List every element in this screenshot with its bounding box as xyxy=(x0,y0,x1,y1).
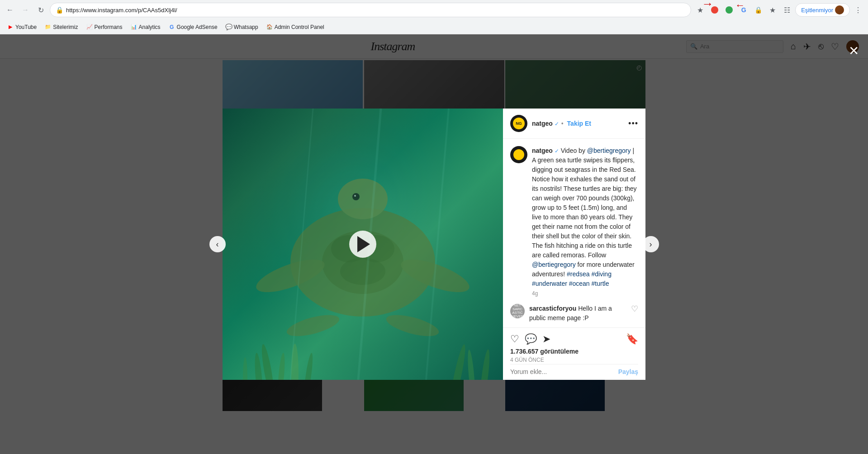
svg-point-11 xyxy=(340,258,385,285)
bookmark-whatsapp-label: Whatsapp xyxy=(234,24,258,30)
natgeo-logo: NG xyxy=(512,116,526,131)
bookmark-adsense-label: Google AdSense xyxy=(177,24,218,30)
modal-video-panel xyxy=(223,109,503,380)
back-button[interactable]: ← xyxy=(4,4,16,16)
caption-username[interactable]: natgeo xyxy=(532,147,553,154)
instagram-container: Instagram 🔍 Ara ⌂ ✈ ⎋ ♡ ◴ xyxy=(0,34,868,454)
caption-time: 4g xyxy=(532,290,638,297)
post-avatar[interactable]: NG xyxy=(510,115,527,132)
comment-item-1: NETSARCASTICNEVER sarcasticforyou Hello … xyxy=(510,304,638,323)
hashtag-ocean[interactable]: #ocean xyxy=(569,280,590,287)
bookmark-performans[interactable]: 📈 Performans xyxy=(83,22,126,32)
whatsapp-icon: 💬 xyxy=(226,24,232,30)
share-button[interactable]: ➤ xyxy=(542,333,550,345)
hashtag-turtle[interactable]: #turtle xyxy=(592,280,609,287)
commenter-username[interactable]: sarcasticforyou xyxy=(529,305,576,312)
caption-body: Video by @bertiegregory | A green sea tu… xyxy=(532,147,637,287)
youtube-icon: ▶ xyxy=(7,24,14,30)
mention-bertie[interactable]: @bertiegregory xyxy=(587,147,631,154)
verified-badge: ✓ xyxy=(555,121,559,127)
chart-icon: 📈 xyxy=(86,24,93,30)
reload-button[interactable]: ↻ xyxy=(34,4,47,16)
bookmarks-button[interactable]: ★ xyxy=(766,4,779,16)
post-caption: natgeo ✓ Video by @bertiegregory | A gre… xyxy=(510,146,638,297)
bookmark-performans-label: Performans xyxy=(95,24,123,30)
browser-chrome: ← → ↻ 🔒 https://www.instagram.com/p/CAAs… xyxy=(0,0,868,34)
post-comment-button[interactable]: Paylaş xyxy=(618,368,638,375)
play-button[interactable] xyxy=(349,231,376,258)
admin-icon: 🏠 xyxy=(266,24,273,30)
views-count: 1.736.657 görüntüleme xyxy=(510,347,638,356)
post-date: 4 GÜN ÖNCE xyxy=(510,356,638,364)
caption-content: natgeo ✓ Video by @bertiegregory | A gre… xyxy=(532,146,638,297)
svg-point-13 xyxy=(352,193,360,200)
annotation-arrow2: ← xyxy=(735,0,745,11)
post-menu-button[interactable]: ••• xyxy=(628,119,638,128)
hashtag-diving[interactable]: #diving xyxy=(592,270,612,278)
browser-actions: ★ G 🔒 ★ ☷ Eşitlenmiyor ⋮ xyxy=(694,3,864,17)
post-actions: ♡ 💬 ➤ 🔖 xyxy=(510,331,638,347)
caption-avatar-logo xyxy=(512,148,525,161)
natgeo-logo-text: NG xyxy=(516,121,522,126)
google-icon: G xyxy=(169,24,175,30)
bookmark-youtube[interactable]: ▶ YouTube xyxy=(4,22,40,32)
save-button[interactable]: 🔖 xyxy=(626,333,638,345)
apps-button[interactable]: ☷ xyxy=(781,4,793,16)
post-footer: ♡ 💬 ➤ 🔖 1.736.657 görüntüleme 4 GÜN ÖNCE… xyxy=(503,327,645,380)
profile-label: Eşitlenmiyor xyxy=(801,7,833,14)
bookmark-analytics-label: Analytics xyxy=(139,24,161,30)
caption-verified: ✓ xyxy=(555,148,559,154)
analytics-icon: 📊 xyxy=(131,24,137,30)
bookmark-sitelerimiz[interactable]: 📁 Sitelerimiz xyxy=(41,22,81,32)
modal-dialog: NG natgeo ✓ • Takip Et ••• xyxy=(223,109,645,380)
vpn-button[interactable] xyxy=(723,4,735,16)
profile-button[interactable]: Eşitlenmiyor xyxy=(795,3,850,17)
caption-avatar[interactable] xyxy=(510,146,527,163)
bookmark-adsense[interactable]: G Google AdSense xyxy=(165,22,221,32)
post-username[interactable]: natgeo xyxy=(532,120,553,127)
comment-button[interactable]: 💬 xyxy=(525,333,537,345)
comment-content: sarcasticforyou Hello I am a public meme… xyxy=(529,304,626,323)
bookmark-admin[interactable]: 🏠 Admin Control Panel xyxy=(263,22,328,32)
bookmark-analytics[interactable]: 📊 Analytics xyxy=(127,22,164,32)
profile-avatar xyxy=(835,5,844,14)
comment-text-1: sarcasticforyou Hello I am a public meme… xyxy=(529,305,612,322)
password-button[interactable]: 🔒 xyxy=(752,4,764,16)
modal-overlay: ✕ ‹ xyxy=(0,34,868,454)
post-body[interactable]: natgeo ✓ Video by @bertiegregory | A gre… xyxy=(503,139,645,327)
comment-input-row: Paylaş xyxy=(510,364,638,376)
bookmark-sitelerimiz-label: Sitelerimiz xyxy=(53,24,78,30)
browser-toolbar: ← → ↻ 🔒 https://www.instagram.com/p/CAAs… xyxy=(0,0,868,20)
modal-close-button[interactable]: ✕ xyxy=(849,43,859,58)
address-bar[interactable]: 🔒 https://www.instagram.com/p/CAAs5dXlj4… xyxy=(50,3,691,17)
bookmark-admin-label: Admin Control Panel xyxy=(275,24,324,30)
play-icon xyxy=(357,236,370,252)
hashtag-redsea[interactable]: #redsea xyxy=(567,270,590,278)
hashtag-underwater[interactable]: #underwater xyxy=(532,280,567,287)
post-user-info: natgeo ✓ • Takip Et xyxy=(532,119,591,128)
caption-text: natgeo ✓ Video by @bertiegregory | A gre… xyxy=(532,147,637,287)
folder-icon: 📁 xyxy=(45,24,51,30)
comment-input[interactable] xyxy=(510,368,618,375)
svg-point-14 xyxy=(354,195,356,197)
comment-like-button[interactable]: ♡ xyxy=(631,304,638,323)
forward-button[interactable]: → xyxy=(19,4,32,16)
commenter-avatar[interactable]: NETSARCASTICNEVER xyxy=(510,304,525,318)
modal-prev-button[interactable]: ‹ xyxy=(209,236,226,252)
follow-button[interactable]: Takip Et xyxy=(567,120,591,127)
annotation-arrow: ← xyxy=(702,0,713,12)
bookmark-youtube-label: YouTube xyxy=(15,24,37,30)
url-text: https://www.instagram.com/p/CAAs5dXlj4l/ xyxy=(66,7,685,14)
like-button[interactable]: ♡ xyxy=(510,333,519,345)
modal-next-button[interactable]: › xyxy=(643,236,659,252)
bookmarks-bar: ▶ YouTube 📁 Sitelerimiz 📈 Performans 📊 A… xyxy=(0,20,868,34)
lock-icon: 🔒 xyxy=(56,6,63,14)
mention-bertie2[interactable]: @bertiegregory xyxy=(532,261,576,268)
post-header: NG natgeo ✓ • Takip Et ••• xyxy=(503,109,645,139)
dot-separator: • xyxy=(561,120,565,127)
modal-sidebar: NG natgeo ✓ • Takip Et ••• xyxy=(503,109,645,380)
svg-point-12 xyxy=(338,179,388,219)
bookmark-whatsapp[interactable]: 💬 Whatsapp xyxy=(222,22,262,32)
menu-button[interactable]: ⋮ xyxy=(852,4,864,16)
